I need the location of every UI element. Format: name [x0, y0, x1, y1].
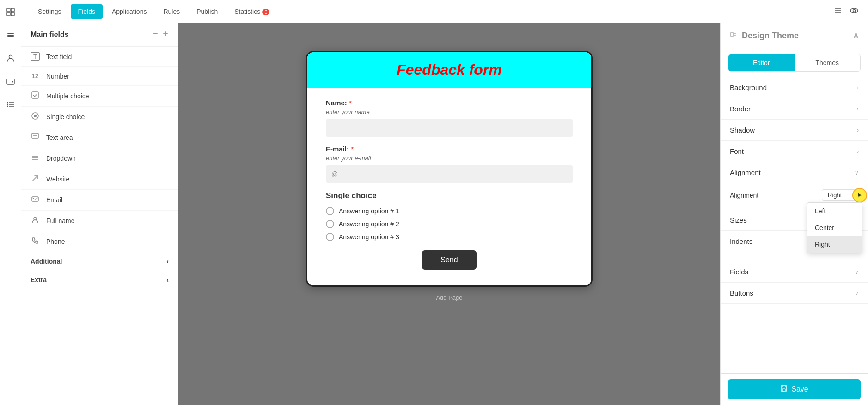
form-card: Feedback form Name: * enter your name E-… — [306, 51, 593, 287]
send-button[interactable]: Send — [422, 250, 476, 270]
field-multiple-choice-label: Multiple choice — [46, 92, 89, 100]
menu-icon[interactable] — [834, 6, 842, 17]
svg-rect-4 — [7, 33, 14, 34]
name-label: Name: * — [326, 99, 573, 107]
top-bar: Settings Fields Applications Rules Publi… — [21, 0, 868, 23]
name-hint: enter your name — [326, 109, 573, 115]
nav-layers-icon[interactable] — [3, 28, 18, 42]
main-fields-title: Main fields — [31, 30, 69, 39]
editor-themes-toggle: Editor Themes — [728, 54, 861, 72]
add-page-label[interactable]: Add Page — [436, 294, 462, 301]
design-panel-chevron[interactable]: ∧ — [853, 30, 859, 41]
svg-point-19 — [850, 8, 858, 13]
name-input[interactable] — [326, 119, 573, 137]
field-dropdown-label: Dropdown — [46, 155, 76, 162]
save-btn-bar: Save — [721, 373, 868, 405]
tab-fields[interactable]: Fields — [71, 4, 103, 19]
number-icon: 12 — [31, 73, 40, 79]
section-buttons[interactable]: Buttons ∨ — [721, 283, 868, 304]
themes-tab[interactable]: Themes — [795, 54, 861, 71]
nav-wallet-icon[interactable] — [3, 74, 18, 89]
field-number[interactable]: 12 Number — [21, 67, 178, 86]
section-background[interactable]: Background › — [721, 77, 868, 98]
canvas-area: Feedback form Name: * enter your name E-… — [178, 23, 720, 405]
font-label: Font — [730, 147, 744, 155]
cursor-indicator — [852, 188, 867, 203]
additional-chevron: ‹ — [166, 258, 169, 265]
field-email-label: Email — [46, 196, 62, 204]
svg-rect-36 — [782, 385, 785, 387]
svg-rect-3 — [11, 12, 14, 16]
svg-point-13 — [7, 102, 8, 103]
svg-point-14 — [7, 104, 8, 105]
extra-section[interactable]: Extra ‹ — [21, 271, 178, 289]
field-number-label: Number — [46, 73, 69, 80]
radio-option-1[interactable]: Answering option # 1 — [326, 207, 573, 215]
field-text-area[interactable]: Text area — [21, 127, 178, 148]
section-alignment[interactable]: Alignment ∨ — [721, 162, 868, 183]
email-label: E-mail: * — [326, 145, 573, 153]
eye-icon[interactable] — [850, 6, 859, 17]
section-shadow[interactable]: Shadow › — [721, 120, 868, 141]
svg-rect-5 — [7, 35, 14, 36]
tab-publish[interactable]: Publish — [189, 4, 225, 19]
add-page-bar: Add Page — [432, 294, 466, 301]
alignment-option-center[interactable]: Center — [807, 219, 862, 236]
field-multiple-choice[interactable]: Multiple choice — [21, 86, 178, 107]
tab-applications[interactable]: Applications — [104, 4, 154, 19]
single-choice-label: Single choice — [326, 191, 573, 200]
field-email[interactable]: Email — [21, 190, 178, 211]
radio-option-3[interactable]: Answering option # 3 — [326, 233, 573, 241]
svg-point-20 — [853, 9, 856, 12]
radio-label-2: Answering option # 2 — [339, 220, 399, 228]
single-choice-icon — [31, 112, 40, 121]
design-panel-header: Design Theme ∧ — [721, 23, 868, 48]
alignment-option-right[interactable]: Right — [807, 236, 862, 253]
radio-option-2[interactable]: Answering option # 2 — [326, 220, 573, 228]
field-text-field[interactable]: T Text field — [21, 47, 178, 67]
design-panel: Design Theme ∧ Editor Themes Background … — [720, 23, 868, 405]
field-phone[interactable]: Phone — [21, 231, 178, 252]
full-name-icon — [31, 216, 40, 225]
name-field-group: Name: * enter your name — [326, 99, 573, 145]
section-font[interactable]: Font › — [721, 141, 868, 162]
field-phone-label: Phone — [46, 238, 65, 245]
nav-user-icon[interactable] — [3, 51, 18, 66]
field-full-name[interactable]: Full name — [21, 211, 178, 231]
svg-rect-2 — [7, 12, 10, 16]
radio-label-3: Answering option # 3 — [339, 233, 399, 241]
save-label: Save — [791, 385, 808, 393]
section-fields[interactable]: Fields ∨ — [721, 261, 868, 283]
collapse-icon[interactable] — [152, 30, 159, 39]
expand-icon[interactable] — [162, 30, 169, 39]
alignment-chevron: ∨ — [855, 169, 859, 176]
border-label: Border — [730, 105, 751, 113]
field-single-choice-label: Single choice — [46, 113, 85, 121]
save-button[interactable]: Save — [728, 379, 861, 399]
single-choice-group: Single choice Answering option # 1 Answe… — [326, 191, 573, 241]
design-section-list: Background › Border › Shadow › Font › Al… — [721, 77, 868, 405]
collapse-panel-icon[interactable] — [730, 31, 737, 41]
save-icon — [780, 385, 788, 394]
tab-settings[interactable]: Settings — [31, 4, 69, 19]
tab-rules[interactable]: Rules — [156, 4, 187, 19]
section-border[interactable]: Border › — [721, 98, 868, 120]
svg-point-15 — [7, 106, 8, 107]
fields-panel: Main fields T Text field 12 Number — [21, 23, 178, 405]
indents-label: Indents — [730, 237, 752, 245]
design-panel-title: Design Theme — [742, 31, 799, 41]
tab-statistics[interactable]: Statistics6 — [227, 4, 277, 19]
alignment-field-label: Alignment — [730, 192, 758, 199]
nav-list-icon[interactable] — [3, 97, 18, 112]
field-website[interactable]: Website — [21, 169, 178, 190]
form-title: Feedback form — [321, 61, 577, 79]
field-dropdown[interactable]: Dropdown — [21, 148, 178, 169]
editor-tab[interactable]: Editor — [728, 54, 795, 71]
svg-point-9 — [12, 81, 13, 83]
svg-rect-29 — [32, 197, 38, 201]
alignment-option-left[interactable]: Left — [807, 203, 862, 219]
field-single-choice[interactable]: Single choice — [21, 107, 178, 127]
nav-grid-icon[interactable] — [3, 5, 18, 19]
additional-section[interactable]: Additional ‹ — [21, 252, 178, 271]
svg-rect-21 — [32, 92, 38, 98]
